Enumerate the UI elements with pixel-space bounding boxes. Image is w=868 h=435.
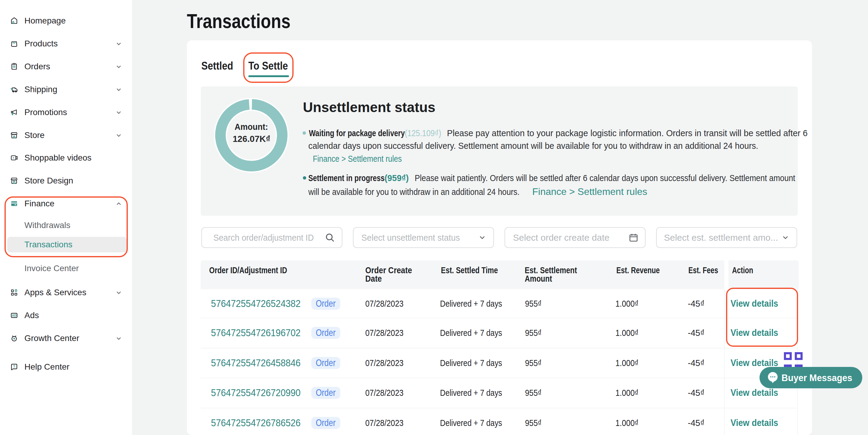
svg-text:?: ? xyxy=(13,365,15,369)
svg-text:AD: AD xyxy=(12,313,17,317)
